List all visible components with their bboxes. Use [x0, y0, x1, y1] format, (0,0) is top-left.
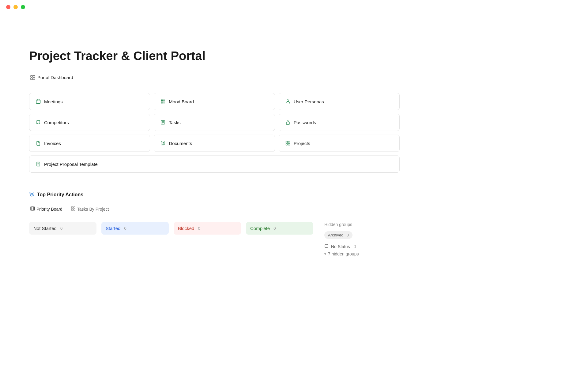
sub-tab-priority-board[interactable]: Priority Board: [29, 204, 64, 215]
column-started: Started 0: [101, 222, 169, 235]
column-not-started-header[interactable]: Not Started 0: [29, 222, 96, 235]
minimize-button[interactable]: [13, 5, 18, 9]
checklist-icon: [160, 120, 166, 125]
tabs-bar: Portal Dashboard: [29, 71, 400, 84]
board-columns: Not Started 0 Started 0 Blocked 0 Comple…: [29, 222, 400, 256]
lock-icon: [285, 120, 291, 125]
started-label: Started: [106, 226, 120, 231]
cards-row-4: Project Proposal Template: [29, 155, 400, 173]
page-title: Project Tracker & Client Portal: [29, 49, 400, 63]
hidden-count-label: 7 hidden groups: [328, 251, 359, 256]
grid-icon: [30, 75, 35, 80]
svg-rect-1: [33, 75, 35, 77]
svg-rect-3: [33, 78, 35, 80]
card-passwords[interactable]: Passwords: [279, 114, 400, 131]
svg-rect-17: [286, 122, 289, 125]
svg-rect-38: [325, 244, 328, 247]
archived-badge[interactable]: Archived 0: [324, 231, 352, 239]
card-projects[interactable]: Projects: [279, 135, 400, 152]
section-divider: [29, 182, 400, 182]
card-documents[interactable]: Documents: [154, 135, 275, 152]
card-invoices-label: Invoices: [44, 141, 61, 146]
doc2-icon: [36, 161, 41, 167]
priority-section-title: Top Priority Actions: [29, 191, 400, 198]
grid3-icon: [71, 206, 75, 212]
titlebar: [0, 0, 588, 14]
complete-count: 0: [273, 226, 276, 231]
svg-rect-4: [36, 100, 40, 104]
card-meetings[interactable]: Meetings: [29, 93, 150, 110]
no-status-row: No Status 0: [324, 244, 400, 249]
sub-tabs-bar: Priority Board Tasks By Project: [29, 204, 400, 215]
card-mood-board[interactable]: Mood Board: [154, 93, 275, 110]
svg-rect-24: [288, 141, 290, 143]
docs-icon: [160, 140, 166, 146]
grid2-icon: [285, 140, 291, 146]
card-user-personas[interactable]: User Personas: [279, 93, 400, 110]
cards-row-3: Invoices Documents: [29, 135, 400, 152]
tab-portal-dashboard[interactable]: Portal Dashboard: [29, 72, 74, 84]
svg-rect-2: [31, 78, 32, 80]
card-project-proposal-template[interactable]: Project Proposal Template: [29, 155, 400, 173]
hidden-groups-title: Hidden groups: [324, 222, 400, 227]
card-competitors[interactable]: Competitors: [29, 114, 150, 131]
layers-icon: [29, 191, 35, 198]
column-complete-header[interactable]: Complete 0: [246, 222, 313, 235]
priority-section-title-text: Top Priority Actions: [37, 192, 83, 197]
svg-point-12: [287, 100, 289, 102]
svg-rect-25: [286, 144, 288, 145]
column-blocked: Blocked 0: [174, 222, 241, 235]
priority-actions-section: Top Priority Actions Priority Board: [29, 191, 400, 256]
tab-portal-dashboard-label: Portal Dashboard: [37, 75, 73, 80]
svg-rect-0: [31, 75, 32, 77]
svg-rect-37: [74, 209, 75, 210]
no-status-label: No Status: [331, 244, 350, 249]
sub-tab-tasks-by-project-label: Tasks By Project: [77, 207, 109, 212]
card-tasks-label: Tasks: [169, 120, 180, 125]
card-tasks[interactable]: Tasks: [154, 114, 275, 131]
column-blocked-header[interactable]: Blocked 0: [174, 222, 241, 235]
svg-rect-35: [74, 207, 75, 208]
calendar-icon: [36, 99, 41, 104]
card-competitors-label: Competitors: [44, 120, 69, 125]
archived-count: 0: [347, 233, 349, 237]
hidden-count-row[interactable]: ▾ 7 hidden groups: [324, 251, 400, 256]
svg-rect-11: [163, 102, 165, 104]
svg-rect-32: [32, 207, 33, 210]
person-icon: [285, 99, 291, 104]
svg-rect-26: [288, 144, 290, 145]
column-complete: Complete 0: [246, 222, 313, 235]
cards-row-2: Competitors Tasks Passwords: [29, 114, 400, 131]
sub-tab-tasks-by-project[interactable]: Tasks By Project: [70, 204, 110, 215]
main-content: Project Tracker & Client Portal Portal D…: [0, 0, 429, 275]
card-user-personas-label: User Personas: [294, 99, 324, 104]
svg-rect-10: [161, 102, 163, 104]
svg-rect-31: [31, 207, 32, 210]
svg-rect-23: [286, 141, 288, 143]
svg-rect-34: [71, 207, 73, 208]
column-started-header[interactable]: Started 0: [101, 222, 169, 235]
svg-rect-8: [161, 100, 163, 102]
complete-label: Complete: [250, 226, 270, 231]
blocked-count: 0: [198, 226, 200, 231]
card-invoices[interactable]: Invoices: [29, 135, 150, 152]
svg-rect-9: [163, 100, 165, 102]
card-meetings-label: Meetings: [44, 99, 63, 104]
card-projects-label: Projects: [294, 141, 310, 146]
cards-row-1: Meetings Mood Board User Personas: [29, 93, 400, 110]
card-mood-board-label: Mood Board: [169, 99, 194, 104]
svg-rect-36: [71, 209, 73, 210]
blocked-label: Blocked: [178, 226, 194, 231]
card-project-proposal-template-label: Project Proposal Template: [44, 162, 98, 167]
card-passwords-label: Passwords: [294, 120, 316, 125]
chevron-down-icon: ▾: [324, 252, 326, 256]
card-documents-label: Documents: [169, 141, 192, 146]
no-status-count: 0: [353, 244, 356, 249]
started-count: 0: [124, 226, 126, 231]
column-not-started: Not Started 0: [29, 222, 96, 235]
bookmark-icon: [36, 120, 41, 125]
hidden-groups-section: Hidden groups Archived 0 No Status 0: [318, 222, 400, 256]
doc-icon: [36, 140, 41, 146]
close-button[interactable]: [6, 5, 10, 9]
maximize-button[interactable]: [21, 5, 25, 9]
